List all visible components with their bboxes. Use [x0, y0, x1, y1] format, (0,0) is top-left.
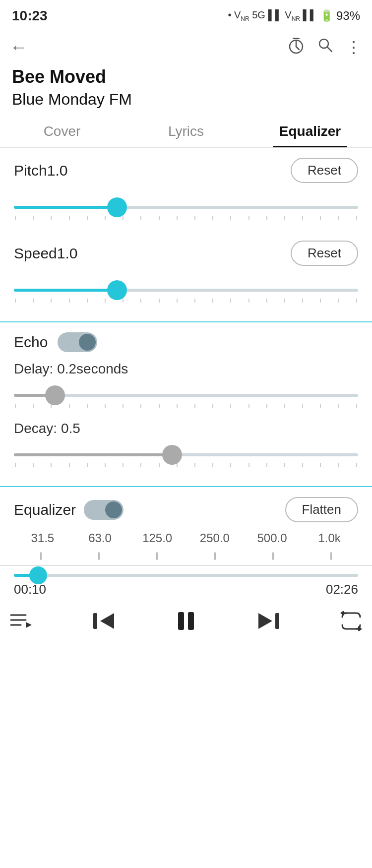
- eq-sliders-area: [14, 550, 358, 565]
- tick: [87, 404, 88, 408]
- more-icon[interactable]: ⋮: [346, 38, 362, 57]
- delay-slider-track[interactable]: [14, 394, 358, 397]
- back-button[interactable]: ←: [10, 37, 28, 58]
- tick: [177, 463, 178, 467]
- eq-freq-1k: 1.0k: [301, 531, 358, 545]
- total-time: 02:26: [326, 582, 358, 597]
- tick: [15, 216, 16, 220]
- eq-tick-5: [272, 552, 274, 560]
- tick: [212, 463, 213, 467]
- song-subtitle: Blue Monday FM: [12, 90, 360, 109]
- pause-button[interactable]: [174, 609, 198, 633]
- tick: [15, 463, 16, 467]
- tick: [356, 404, 357, 408]
- tick: [15, 299, 16, 303]
- song-info: Bee Moved Blue Monday FM: [0, 64, 372, 115]
- decay-slider-thumb[interactable]: [162, 445, 182, 465]
- eq-slider-col-6[interactable]: [304, 552, 358, 560]
- tick: [87, 216, 88, 220]
- nav-icons: ⋮: [287, 36, 362, 58]
- tick: [51, 216, 52, 220]
- tick: [194, 404, 195, 408]
- eq-slider-col-3[interactable]: [130, 552, 184, 560]
- tick: [338, 299, 339, 303]
- eq-freq-250: 250.0: [186, 531, 244, 545]
- tick: [194, 216, 195, 220]
- tick: [230, 463, 231, 467]
- status-bar: 10:23 • VNR 5G ▌▌ VNR ▌▌ 🔋 93%: [0, 0, 372, 30]
- tick: [230, 299, 231, 303]
- speed-label: Speed1.0: [14, 245, 77, 262]
- speed-section: Speed1.0 Reset: [0, 239, 372, 321]
- tick: [338, 463, 339, 467]
- svg-rect-13: [188, 612, 194, 630]
- eq-tick-2: [98, 552, 100, 560]
- prev-button[interactable]: [92, 611, 114, 631]
- tick: [212, 299, 213, 303]
- speed-slider-track[interactable]: [14, 289, 358, 292]
- tick: [140, 216, 141, 220]
- progress-thumb[interactable]: [29, 566, 47, 584]
- decay-slider-track[interactable]: [14, 453, 358, 456]
- echo-row: Echo: [14, 332, 358, 352]
- time-row: 00:10 02:26: [14, 582, 358, 597]
- echo-label: Echo: [14, 334, 48, 351]
- tick: [159, 299, 160, 303]
- tick: [33, 216, 34, 220]
- eq-header-row: Equalizer Flatten: [14, 497, 358, 522]
- speed-tick-marks: [14, 299, 358, 303]
- delay-label: Delay: 0.2seconds: [14, 361, 358, 377]
- pitch-slider-thumb[interactable]: [107, 197, 127, 217]
- tick: [266, 463, 267, 467]
- svg-line-5: [327, 47, 332, 52]
- search-icon[interactable]: [317, 37, 334, 58]
- eq-slider-col-2[interactable]: [72, 552, 126, 560]
- flatten-button[interactable]: Flatten: [285, 497, 359, 522]
- tick: [266, 216, 267, 220]
- eq-tick-3: [156, 552, 158, 560]
- progress-track: [14, 574, 358, 577]
- eq-freq-31: 31.5: [14, 531, 71, 545]
- next-button[interactable]: [258, 611, 280, 631]
- tick: [105, 463, 106, 467]
- current-time: 00:10: [14, 582, 46, 597]
- decay-label: Decay: 0.5: [14, 421, 358, 436]
- eq-slider-col-1[interactable]: [14, 552, 68, 560]
- pitch-section: Pitch1.0 Reset: [0, 148, 372, 239]
- echo-toggle[interactable]: [58, 332, 97, 352]
- tab-equalizer[interactable]: Equalizer: [248, 115, 372, 147]
- tick: [230, 404, 231, 408]
- tick: [266, 404, 267, 408]
- equalizer-toggle[interactable]: [84, 500, 124, 520]
- tick: [177, 404, 178, 408]
- timer-icon[interactable]: [287, 36, 305, 58]
- eq-freq-125: 125.0: [128, 531, 186, 545]
- progress-bar[interactable]: [14, 574, 358, 577]
- eq-slider-col-4[interactable]: [188, 552, 242, 560]
- equalizer-label: Equalizer: [14, 501, 76, 518]
- tick: [33, 404, 34, 408]
- delay-slider-thumb[interactable]: [45, 385, 65, 405]
- tick: [266, 299, 267, 303]
- pitch-reset-button[interactable]: Reset: [291, 158, 358, 183]
- eq-slider-col-5[interactable]: [246, 552, 300, 560]
- speed-reset-button[interactable]: Reset: [291, 241, 358, 266]
- tab-lyrics[interactable]: Lyrics: [124, 115, 248, 147]
- tick: [356, 216, 357, 220]
- tick: [177, 216, 178, 220]
- playback-section: 00:10 02:26: [0, 565, 372, 597]
- tick: [33, 463, 34, 467]
- song-title: Bee Moved: [12, 66, 360, 87]
- eq-freq-500: 500.0: [244, 531, 301, 545]
- eq-tick-4: [214, 552, 216, 560]
- speed-slider-thumb[interactable]: [107, 280, 127, 300]
- repeat-button[interactable]: [340, 611, 362, 631]
- playlist-button[interactable]: [10, 611, 32, 631]
- tick: [159, 463, 160, 467]
- svg-rect-12: [178, 612, 184, 630]
- tab-cover[interactable]: Cover: [0, 115, 124, 147]
- pitch-slider-track[interactable]: [14, 206, 358, 209]
- top-nav: ← ⋮: [0, 30, 372, 64]
- tick: [248, 463, 249, 467]
- svg-marker-10: [100, 613, 114, 629]
